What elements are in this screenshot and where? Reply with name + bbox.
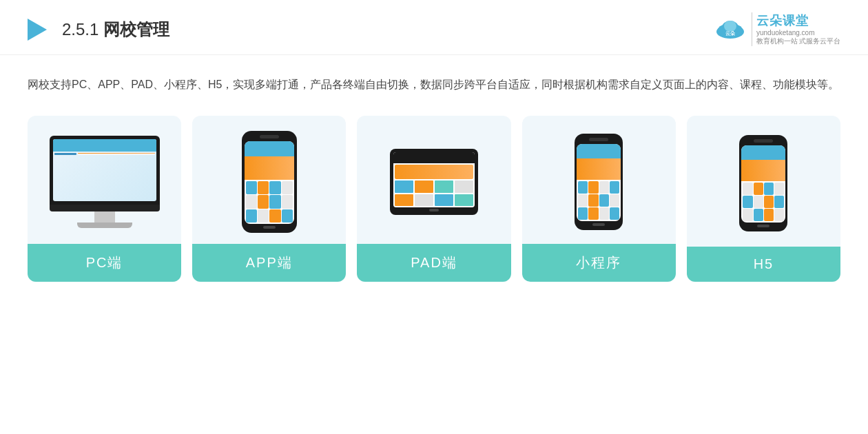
app-card: APP端 — [192, 116, 346, 282]
cards-row: PC端 — [28, 116, 840, 282]
icon-cell — [764, 183, 774, 195]
icon-cell — [599, 207, 609, 220]
phone-home-button — [757, 225, 769, 227]
monitor-body — [50, 136, 160, 205]
pad-card: PAD端 — [357, 116, 510, 282]
icon-cell — [764, 196, 774, 208]
icon-cell — [610, 181, 619, 194]
phone-notch — [754, 139, 773, 143]
phone-screen-icons — [245, 180, 294, 225]
icon-cell — [588, 194, 598, 207]
pad-cell — [455, 194, 473, 207]
icon-cell — [578, 181, 588, 194]
icon-cell — [578, 207, 588, 220]
header: 2.5.1 网校管理 云朵 云朵课堂 yunduoketang.com — [0, 0, 868, 55]
icon-cell — [282, 209, 293, 223]
screen-main — [78, 153, 155, 155]
brand-cloud-icon: 云朵 — [713, 17, 747, 43]
icon-cell — [743, 196, 752, 208]
icon-cell — [774, 183, 784, 195]
icon-cell — [774, 209, 784, 221]
icon-cell — [246, 181, 257, 195]
icon-cell — [269, 195, 280, 209]
page-wrapper: 2.5.1 网校管理 云朵 云朵课堂 yunduoketang.com — [0, 0, 868, 434]
pad-screen-body — [393, 163, 475, 207]
phone-notch — [589, 138, 608, 141]
pad-screen-header — [393, 152, 475, 163]
phone-screen-icons — [577, 180, 621, 221]
icon-cell — [578, 194, 588, 207]
icon-cell — [764, 209, 774, 221]
pad-cell — [455, 180, 473, 193]
icon-cell — [774, 196, 784, 208]
pad-cell — [395, 180, 413, 193]
icon-cell — [246, 209, 257, 223]
icon-cell — [258, 209, 269, 223]
icon-cell — [588, 207, 598, 220]
pad-body — [390, 149, 478, 215]
h5-phone-body — [739, 135, 787, 231]
h5-phone-screen — [741, 145, 785, 223]
icon-cell — [269, 181, 280, 195]
icon-cell — [754, 183, 763, 195]
svg-point-4 — [724, 21, 736, 32]
svg-text:云朵: 云朵 — [725, 31, 736, 36]
phone-screen-header — [245, 141, 294, 156]
app-card-label: APP端 — [192, 244, 346, 282]
description-text: 网校支持PC、APP、PAD、小程序、H5，实现多端打通，产品各终端自由切换，数… — [28, 74, 840, 95]
screen-sidebar — [54, 153, 76, 155]
icon-cell — [588, 181, 598, 194]
monitor-neck — [94, 211, 115, 223]
pad-cell — [415, 180, 433, 193]
monitor-chin — [50, 205, 160, 211]
phone-screen-icons — [741, 181, 785, 223]
brand-name: 云朵课堂 — [756, 12, 840, 29]
icon-cell — [754, 209, 763, 221]
section-number: 2.5.1 — [62, 20, 99, 39]
pad-image-area — [357, 116, 510, 244]
app-image-area — [192, 116, 346, 244]
screen-body — [53, 152, 156, 156]
screen-grid — [78, 155, 155, 156]
phone-body — [242, 131, 297, 233]
pad-cell — [435, 180, 453, 193]
icon-cell — [743, 209, 752, 221]
brand-text: 云朵课堂 yunduoketang.com 教育机构一站 式服务云平台 — [752, 12, 840, 46]
pad-screen — [393, 152, 475, 207]
pad-cell — [395, 194, 413, 207]
h5-card: H5 — [687, 116, 840, 282]
brand-tagline2: 式服务云平台 — [799, 37, 840, 46]
phone-mockup-h5 — [739, 135, 787, 231]
screen-header-bar — [53, 139, 156, 152]
screen-banner — [78, 153, 155, 154]
phone-home-button — [263, 226, 276, 229]
monitor-mockup — [50, 136, 160, 228]
phone-screen — [245, 141, 294, 224]
icon-cell — [282, 195, 293, 209]
pc-card: PC端 — [28, 116, 181, 282]
pad-grid — [395, 180, 473, 206]
icon-cell — [246, 195, 257, 209]
phone-home-button — [592, 223, 605, 226]
icon-cell — [599, 181, 609, 194]
pad-cell — [435, 194, 453, 207]
miniprogram-card: 小程序 — [522, 116, 676, 282]
phone-screen-header — [741, 145, 785, 159]
mini-phone-screen — [577, 144, 621, 221]
main-content: 网校支持PC、APP、PAD、小程序、H5，实现多端打通，产品各终端自由切换，数… — [0, 55, 868, 296]
miniprogram-card-label: 小程序 — [522, 244, 676, 282]
icon-cell — [599, 194, 609, 207]
icon-cell — [610, 194, 619, 207]
brand-logo: 云朵 云朵课堂 yunduoketang.com 教育机构一站 式服务云平台 — [713, 12, 840, 46]
pad-cell — [415, 194, 433, 207]
phone-mockup-mini — [575, 134, 623, 230]
icon-cell — [269, 209, 280, 223]
icon-cell — [282, 181, 293, 195]
h5-card-label: H5 — [687, 247, 840, 282]
pad-home-button — [429, 209, 439, 211]
title-text: 网校管理 — [103, 20, 169, 39]
brand-tagline1: 教育机构一站 — [756, 37, 798, 46]
mini-phone-body — [575, 134, 623, 230]
phone-screen-header — [577, 144, 621, 158]
monitor-base — [77, 223, 132, 228]
